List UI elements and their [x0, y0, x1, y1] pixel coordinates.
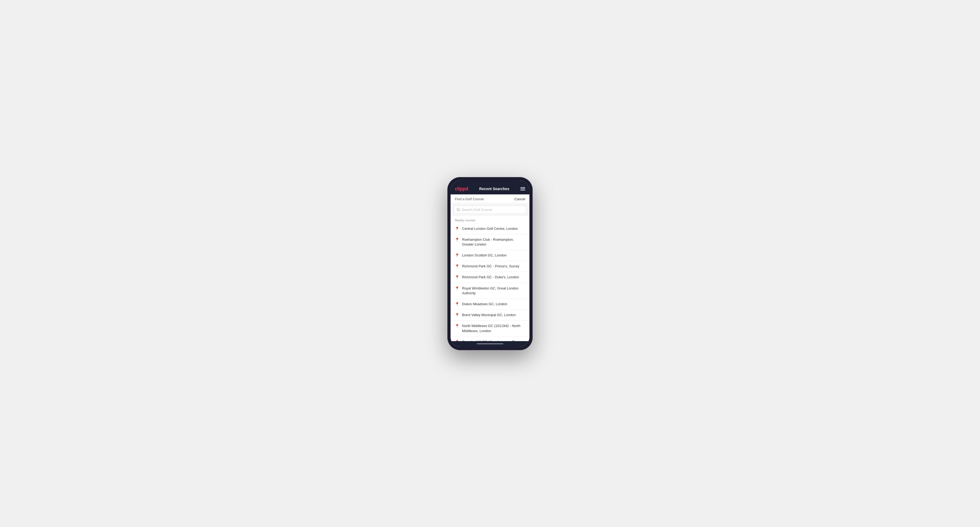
pin-icon: 📍 — [455, 313, 459, 317]
list-item[interactable]: 📍 Richmond Park GC - Prince's, Surrey — [450, 261, 530, 272]
svg-line-1 — [459, 210, 460, 211]
pin-icon: 📍 — [455, 286, 459, 290]
course-name: Brent Valley Municipal GC, London — [462, 313, 515, 317]
menu-icon[interactable] — [520, 187, 525, 190]
list-item[interactable]: 📍 North Middlesex GC (1011942 - North Mi… — [450, 321, 530, 337]
search-box-container — [450, 203, 530, 216]
course-name: Coombe Hill GC, Kingston upon Thames — [462, 340, 525, 341]
pin-icon: 📍 — [455, 340, 459, 341]
pin-icon: 📍 — [455, 253, 459, 257]
course-name: Central London Golf Centre, London — [462, 226, 518, 231]
nearby-courses-label: Nearby courses — [450, 216, 530, 224]
pin-icon: 📍 — [455, 238, 459, 242]
pin-icon: 📍 — [455, 227, 459, 231]
pin-icon: 📍 — [455, 324, 459, 328]
list-item[interactable]: 📍 Richmond Park GC - Duke's, London — [450, 272, 530, 283]
course-name: North Middlesex GC (1011942 - North Midd… — [462, 324, 525, 333]
find-label: Find a Golf Course — [455, 197, 484, 201]
pin-icon: 📍 — [455, 275, 459, 279]
course-name: London Scottish GC, London — [462, 253, 506, 258]
pin-icon: 📍 — [455, 302, 459, 306]
list-item[interactable]: 📍 Dukes Meadows GC, London — [450, 299, 530, 310]
page-title: Recent Searches — [479, 187, 509, 191]
status-bar — [450, 180, 530, 184]
home-indicator — [450, 341, 530, 347]
course-name: Royal Wimbledon GC, Great London Authori… — [462, 286, 525, 295]
course-name: Roehampton Club - Roehampton, Greater Lo… — [462, 237, 525, 247]
top-nav-bar: clippd Recent Searches — [450, 184, 530, 194]
list-item[interactable]: 📍 Brent Valley Municipal GC, London — [450, 310, 530, 321]
course-name: Richmond Park GC - Duke's, London — [462, 275, 519, 279]
list-item[interactable]: 📍 Roehampton Club - Roehampton, Greater … — [450, 234, 530, 250]
list-item[interactable]: 📍 Central London Golf Centre, London — [450, 224, 530, 234]
home-bar — [477, 343, 503, 344]
list-item[interactable]: 📍 Coombe Hill GC, Kingston upon Thames — [450, 337, 530, 341]
nearby-courses-section: Nearby courses 📍 Central London Golf Cen… — [450, 216, 530, 341]
course-name: Dukes Meadows GC, London — [462, 302, 508, 306]
list-item[interactable]: 📍 London Scottish GC, London — [450, 250, 530, 261]
search-input[interactable] — [462, 208, 523, 212]
phone-frame: clippd Recent Searches Find a Golf Cours… — [447, 177, 533, 350]
pin-icon: 📍 — [455, 264, 459, 268]
app-logo: clippd — [455, 186, 468, 192]
list-item[interactable]: 📍 Royal Wimbledon GC, Great London Autho… — [450, 283, 530, 299]
search-icon — [457, 208, 460, 211]
search-input-wrap[interactable] — [454, 206, 526, 214]
phone-screen: clippd Recent Searches Find a Golf Cours… — [450, 180, 530, 347]
course-name: Richmond Park GC - Prince's, Surrey — [462, 264, 519, 269]
find-bar: Find a Golf Course Cancel — [450, 194, 530, 203]
cancel-button[interactable]: Cancel — [514, 197, 525, 201]
